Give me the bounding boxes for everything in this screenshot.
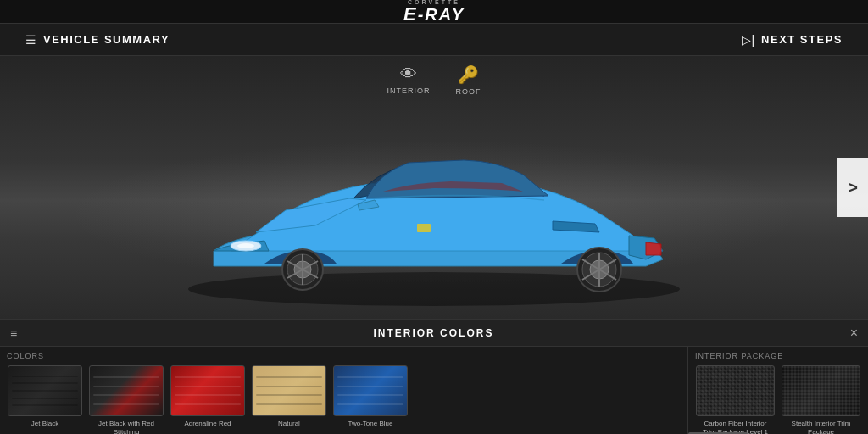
list-icon: ☰ [25,33,36,47]
swatch-natural-label: Natural [278,420,300,428]
brand-text: CORVETTE E-RAY [403,0,465,24]
swatch-jet-black-red-label: Jet Black with Red Stitching [89,420,164,434]
swatch-jet-black-red-img [89,365,164,416]
package-section: INTERIOR PACKAGE Carbon Fiber Interior T… [687,347,868,434]
menu-icon[interactable]: ≡ [10,326,17,340]
swatch-jet-black-red[interactable]: Jet Black with Red Stitching [88,365,164,434]
package-stealth[interactable]: Stealth Interior Trim Package [781,365,861,434]
swatch-natural-img [252,365,326,416]
swatch-two-tone-blue-label: Two-Tone Blue [348,420,393,428]
vehicle-summary-nav[interactable]: ☰ VEHICLE SUMMARY [25,33,170,47]
package-stealth-label: Stealth Interior Trim Package [784,420,859,434]
view-controls: 👁 INTERIOR 🔑 ROOF [387,64,481,96]
package-row: Carbon Fiber Interior Trim Package Level… [695,365,861,434]
car-svg [146,81,722,310]
play-icon: ▷| [742,33,754,47]
swatches-row: Jet Black Jet Black with Red Stitching [7,365,681,434]
next-arrow-btn[interactable]: > [837,158,868,217]
swatch-two-tone-blue-img [333,365,408,416]
swatch-adrenaline-red-label: Adrenaline Red [184,420,231,428]
package-section-label: INTERIOR PACKAGE [695,352,861,360]
close-icon[interactable]: × [850,326,858,340]
brand-logo: CORVETTE E-RAY [403,0,465,24]
svg-rect-15 [417,224,431,232]
next-steps-nav[interactable]: ▷| NEXT STEPS [742,33,843,47]
svg-point-2 [237,243,254,248]
vehicle-summary-label: VEHICLE SUMMARY [43,33,170,46]
colors-section: COLORS Jet Black [0,347,687,434]
swatch-jet-black-label: Jet Black [31,420,58,428]
swatch-two-tone-blue[interactable]: Two-Tone Blue [332,365,409,434]
nav-bar: ☰ VEHICLE SUMMARY ▷| NEXT STEPS [0,24,868,56]
interior-colors-header: ≡ INTERIOR COLORS × [0,320,868,347]
swatch-adrenaline-red[interactable]: Adrenaline Red [170,365,246,434]
view-interior-btn[interactable]: 👁 INTERIOR [387,64,430,96]
view-interior-label: INTERIOR [387,86,430,95]
car-display [146,81,722,310]
eray-label: E-RAY [403,5,465,24]
brand-bar: CORVETTE E-RAY [0,0,868,24]
main-viewer: 👁 INTERIOR 🔑 ROOF [0,56,868,319]
eye-icon: 👁 [400,64,417,84]
view-roof-btn[interactable]: 🔑 ROOF [456,64,481,96]
view-roof-label: ROOF [456,87,481,96]
bottom-panel: ≡ INTERIOR COLORS × COLORS Jet Black [0,319,868,434]
chevron-right-icon: > [848,178,858,198]
swatch-jet-black-img [8,365,82,416]
swatch-adrenaline-red-img [170,365,245,416]
package-carbon-fiber[interactable]: Carbon Fiber Interior Trim Package Level… [695,365,776,434]
interior-colors-title: INTERIOR COLORS [373,327,493,339]
next-steps-label: NEXT STEPS [761,33,843,46]
roof-icon: 🔑 [458,64,479,85]
swatches-area: COLORS Jet Black [0,347,868,434]
colors-section-label: COLORS [7,352,681,360]
package-stealth-img [782,365,860,416]
swatch-jet-black[interactable]: Jet Black [7,365,83,434]
package-carbon-fiber-img [696,365,775,416]
swatch-natural[interactable]: Natural [251,365,327,434]
